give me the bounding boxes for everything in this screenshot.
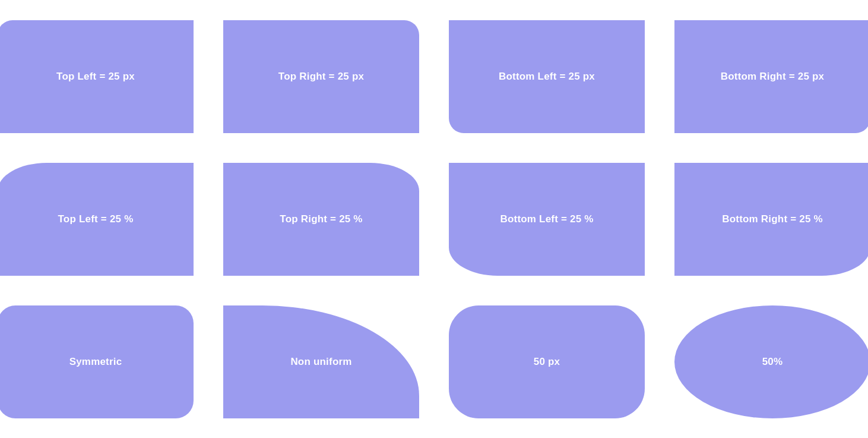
card-label-top-right-pct: Top Right = 25 % <box>280 213 362 225</box>
card-50pct: 50% <box>674 305 868 418</box>
card-top-right-px: Top Right = 25 px <box>223 20 419 133</box>
card-bottom-left-px: Bottom Left = 25 px <box>449 20 645 133</box>
card-label-top-right-px: Top Right = 25 px <box>278 71 364 83</box>
card-label-50px: 50 px <box>534 356 560 368</box>
border-radius-demo-grid: Top Left = 25 pxTop Right = 25 pxBottom … <box>0 2 868 436</box>
card-label-symmetric: Symmetric <box>69 356 122 368</box>
card-label-bottom-right-px: Bottom Right = 25 px <box>721 71 824 83</box>
card-top-right-pct: Top Right = 25 % <box>223 163 419 276</box>
card-top-left-px: Top Left = 25 px <box>0 20 194 133</box>
card-label-bottom-left-px: Bottom Left = 25 px <box>499 71 595 83</box>
card-label-bottom-right-pct: Bottom Right = 25 % <box>722 213 823 225</box>
card-bottom-right-pct: Bottom Right = 25 % <box>674 163 868 276</box>
card-label-top-left-px: Top Left = 25 px <box>56 71 135 83</box>
card-bottom-left-pct: Bottom Left = 25 % <box>449 163 645 276</box>
card-symmetric: Symmetric <box>0 305 194 418</box>
card-top-left-pct: Top Left = 25 % <box>0 163 194 276</box>
card-label-top-left-pct: Top Left = 25 % <box>58 213 134 225</box>
card-50px: 50 px <box>449 305 645 418</box>
card-label-bottom-left-pct: Bottom Left = 25 % <box>500 213 593 225</box>
card-non-uniform: Non uniform <box>223 305 419 418</box>
card-label-non-uniform: Non uniform <box>290 356 351 368</box>
card-bottom-right-px: Bottom Right = 25 px <box>674 20 868 133</box>
card-label-50pct: 50% <box>762 356 783 368</box>
